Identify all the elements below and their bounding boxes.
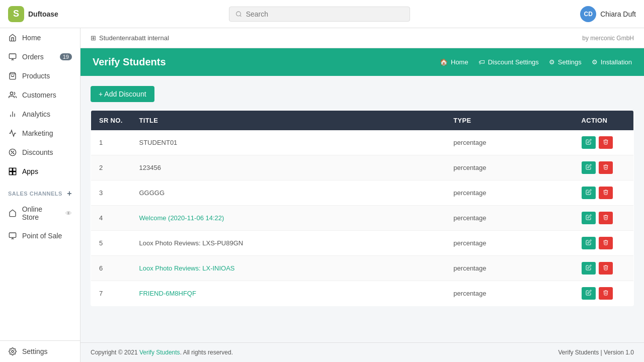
content-area: + Add Discount SR NO. TITLE TYPE ACTION …: [80, 76, 644, 342]
nav-settings-label: Settings: [558, 58, 582, 66]
sidebar-label-orders: Orders: [22, 53, 44, 61]
nav-home-label: Home: [451, 58, 468, 66]
table-row: 1STUDENT01percentage: [91, 130, 634, 155]
installation-icon: ⚙: [592, 58, 598, 66]
footer-rights: . All rights reserved.: [180, 349, 233, 356]
page-header: Verify Students 🏠 Home 🏷 Discount Settin…: [80, 48, 644, 76]
col-title: TITLE: [131, 111, 446, 131]
avatar: CD: [580, 6, 596, 22]
cell-title: Loox Photo Reviews: LXS-PU89GN: [131, 231, 446, 256]
svg-rect-2: [9, 54, 16, 58]
cell-action: [574, 256, 634, 281]
cell-type: percentage: [445, 130, 573, 155]
shopify-logo: S: [8, 6, 24, 22]
cell-type: percentage: [445, 206, 573, 231]
delete-button[interactable]: [599, 262, 613, 275]
table-row: 7FRIEND-6M8HFQFpercentage: [91, 281, 634, 306]
cell-sr: 6: [91, 256, 131, 281]
discounts-table: SR NO. TITLE TYPE ACTION 1STUDENT01perce…: [91, 110, 634, 306]
table-row: 3GGGGGpercentage: [91, 180, 634, 206]
svg-rect-18: [9, 233, 16, 237]
cell-action: [574, 130, 634, 155]
sidebar-label-online-store: Online Store: [22, 205, 60, 221]
edit-button[interactable]: [582, 161, 596, 174]
home-nav-icon: 🏠: [440, 58, 448, 66]
settings-gear-icon: [8, 347, 17, 356]
title-link[interactable]: Welcome (2020-11-06 14:22): [139, 214, 224, 222]
store-name: Duftoase: [28, 10, 58, 18]
sidebar-label-apps: Apps: [22, 167, 38, 175]
footer-version: Verify Students | Version 1.0: [558, 349, 634, 356]
copyright-text: Copyright © 2021: [91, 349, 139, 356]
sidebar-label-home: Home: [22, 34, 41, 42]
page-title: Verify Students: [93, 56, 166, 68]
nav-discount-settings[interactable]: 🏷 Discount Settings: [478, 58, 539, 66]
edit-button[interactable]: [582, 136, 596, 149]
sidebar-nav: Home Orders 19 Products Customers: [0, 28, 80, 181]
svg-rect-17: [13, 172, 16, 175]
delete-button[interactable]: [599, 212, 613, 224]
analytics-icon: [8, 110, 17, 119]
customers-icon: [8, 90, 17, 100]
sidebar-item-analytics[interactable]: Analytics: [0, 105, 80, 124]
cell-type: percentage: [445, 155, 573, 180]
cell-action: [574, 231, 634, 256]
svg-rect-16: [9, 172, 12, 175]
delete-button[interactable]: [599, 187, 613, 199]
search-input[interactable]: [246, 10, 404, 18]
sidebar-item-apps[interactable]: Apps: [0, 162, 80, 181]
add-discount-button[interactable]: + Add Discount: [91, 86, 154, 102]
svg-point-0: [236, 12, 240, 16]
breadcrumb-app-name: Studentenrabatt internal: [99, 34, 169, 42]
title-link[interactable]: FRIEND-6M8HFQF: [139, 290, 196, 297]
eye-icon[interactable]: 👁: [65, 210, 72, 217]
sidebar-item-online-store[interactable]: Online Store 👁: [0, 200, 80, 226]
title-link[interactable]: Loox Photo Reviews: LX-INIOAS: [139, 264, 235, 272]
sidebar-item-customers[interactable]: Customers: [0, 85, 80, 105]
sidebar-item-products[interactable]: Products: [0, 66, 80, 85]
delete-button[interactable]: [599, 161, 613, 174]
marketing-icon: [8, 129, 17, 138]
sidebar-item-orders[interactable]: Orders 19: [0, 47, 80, 66]
sidebar: Home Orders 19 Products Customers: [0, 28, 80, 362]
search-icon: [235, 11, 242, 18]
search-bar[interactable]: [229, 7, 410, 22]
table-row: 5Loox Photo Reviews: LXS-PU89GNpercentag…: [91, 231, 634, 256]
sidebar-item-point-of-sale[interactable]: Point of Sale: [0, 226, 80, 245]
page-footer: Copyright © 2021 Verify Students. All ri…: [80, 342, 644, 362]
pos-icon: [8, 231, 17, 240]
nav-discount-settings-label: Discount Settings: [488, 58, 539, 66]
footer-app-link[interactable]: Verify Students: [139, 349, 180, 356]
sidebar-label-products: Products: [22, 72, 50, 80]
cell-title: FRIEND-6M8HFQF: [131, 281, 446, 306]
delete-button[interactable]: [599, 136, 613, 149]
cell-sr: 2: [91, 155, 131, 180]
topnav-left: S Duftoase: [8, 6, 58, 22]
add-sales-channel-icon[interactable]: +: [67, 189, 72, 198]
home-icon: [8, 33, 17, 42]
nav-home[interactable]: 🏠 Home: [440, 58, 468, 66]
sidebar-label-analytics: Analytics: [22, 110, 50, 118]
edit-button[interactable]: [582, 262, 596, 275]
edit-button[interactable]: [582, 212, 596, 224]
delete-button[interactable]: [599, 287, 613, 300]
cell-type: percentage: [445, 231, 573, 256]
cell-type: percentage: [445, 281, 573, 306]
delete-button[interactable]: [599, 237, 613, 249]
edit-button[interactable]: [582, 237, 596, 249]
sidebar-item-home[interactable]: Home: [0, 28, 80, 47]
discounts-icon: [8, 148, 17, 157]
sidebar-item-settings[interactable]: Settings: [0, 341, 80, 362]
sidebar-label-pos: Point of Sale: [22, 232, 62, 240]
edit-button[interactable]: [582, 187, 596, 199]
cell-sr: 1: [91, 130, 131, 155]
nav-settings[interactable]: ⚙ Settings: [549, 58, 582, 66]
svg-point-12: [11, 151, 12, 151]
nav-installation[interactable]: ⚙ Installation: [592, 58, 632, 66]
page-header-nav: 🏠 Home 🏷 Discount Settings ⚙ Settings ⚙ …: [440, 58, 632, 66]
sidebar-label-discounts: Discounts: [22, 148, 53, 156]
breadcrumb-bar: ⊞ Studentenrabatt internal by merconic G…: [80, 28, 644, 48]
sidebar-item-discounts[interactable]: Discounts: [0, 143, 80, 162]
sidebar-item-marketing[interactable]: Marketing: [0, 124, 80, 143]
edit-button[interactable]: [582, 287, 596, 300]
